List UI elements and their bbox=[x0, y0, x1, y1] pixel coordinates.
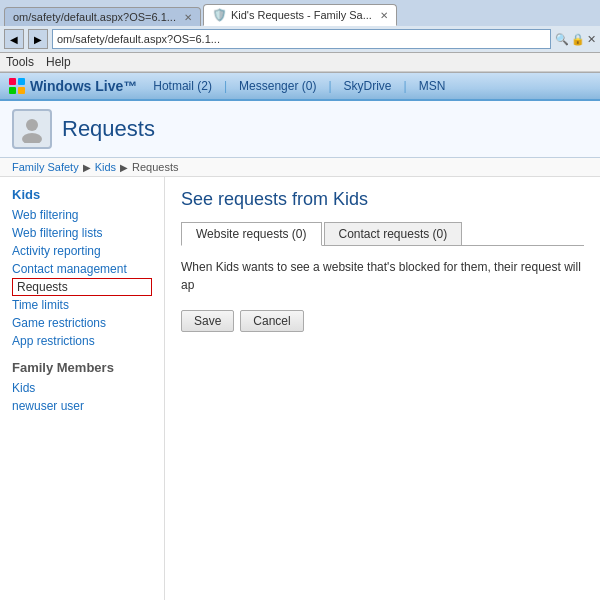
buttons-row: Save Cancel bbox=[181, 310, 584, 332]
forward-button[interactable]: ▶ bbox=[28, 29, 48, 49]
sidebar-item-activity-reporting[interactable]: Activity reporting bbox=[12, 242, 152, 260]
sidebar-item-requests[interactable]: Requests bbox=[12, 278, 152, 296]
messenger-badge: (0) bbox=[302, 79, 317, 93]
refresh-icon[interactable]: ✕ bbox=[587, 33, 596, 46]
windows-logo-icon bbox=[8, 77, 26, 95]
page-header: Requests bbox=[0, 101, 600, 158]
svg-rect-0 bbox=[9, 78, 16, 85]
lock-icon: 🔒 bbox=[571, 33, 585, 46]
nav-hotmail[interactable]: Hotmail (2) bbox=[153, 79, 212, 93]
sidebar: Kids Web filtering Web filtering lists A… bbox=[0, 177, 165, 600]
tab-inactive-label: om/safety/default.aspx?OS=6.1... bbox=[13, 11, 176, 23]
tab-inactive[interactable]: om/safety/default.aspx?OS=6.1... ✕ bbox=[4, 7, 201, 26]
svg-rect-1 bbox=[18, 78, 25, 85]
breadcrumb: Family Safety ▶ Kids ▶ Requests bbox=[0, 158, 600, 177]
nav-messenger[interactable]: Messenger (0) bbox=[239, 79, 316, 93]
svg-point-5 bbox=[22, 133, 42, 143]
breadcrumb-kids[interactable]: Kids bbox=[95, 161, 116, 173]
breadcrumb-arrow-2: ▶ bbox=[120, 162, 128, 173]
menu-bar: Tools Help bbox=[0, 53, 600, 72]
wl-logo[interactable]: Windows Live™ bbox=[8, 77, 137, 95]
wl-header: Windows Live™ Hotmail (2) | Messenger (0… bbox=[0, 73, 600, 101]
sidebar-item-time-limits[interactable]: Time limits bbox=[12, 296, 152, 314]
sidebar-item-app-restrictions[interactable]: App restrictions bbox=[12, 332, 152, 350]
svg-rect-3 bbox=[18, 87, 25, 94]
main-layout: Kids Web filtering Web filtering lists A… bbox=[0, 177, 600, 600]
sidebar-item-contact-management[interactable]: Contact management bbox=[12, 260, 152, 278]
breadcrumb-requests: Requests bbox=[132, 161, 178, 173]
nav-skydrive[interactable]: SkyDrive bbox=[344, 79, 392, 93]
requests-icon bbox=[12, 109, 52, 149]
address-bar-row: ◀ ▶ om/safety/default.aspx?OS=6.1... 🔍 🔒… bbox=[0, 26, 600, 53]
tab-active-label: Kid's Requests - Family Sa... bbox=[231, 9, 372, 21]
tabs-bar: Website requests (0) Contact requests (0… bbox=[181, 222, 584, 246]
tab-website-requests[interactable]: Website requests (0) bbox=[181, 222, 322, 246]
breadcrumb-arrow-1: ▶ bbox=[83, 162, 91, 173]
menu-help[interactable]: Help bbox=[46, 55, 71, 69]
nav-msn[interactable]: MSN bbox=[419, 79, 446, 93]
tab-active-close[interactable]: ✕ bbox=[380, 10, 388, 21]
separator-1: | bbox=[224, 79, 227, 93]
wl-logo-text: Windows Live™ bbox=[30, 78, 137, 94]
menu-tools[interactable]: Tools bbox=[6, 55, 34, 69]
browser-chrome: om/safety/default.aspx?OS=6.1... ✕ 🛡️ Ki… bbox=[0, 0, 600, 73]
svg-rect-2 bbox=[9, 87, 16, 94]
svg-point-4 bbox=[26, 119, 38, 131]
sidebar-item-game-restrictions[interactable]: Game restrictions bbox=[12, 314, 152, 332]
separator-2: | bbox=[328, 79, 331, 93]
save-button[interactable]: Save bbox=[181, 310, 234, 332]
search-icon[interactable]: 🔍 bbox=[555, 33, 569, 46]
back-button[interactable]: ◀ bbox=[4, 29, 24, 49]
page-title: Requests bbox=[62, 116, 155, 142]
content-area: See requests from Kids Website requests … bbox=[165, 177, 600, 600]
sidebar-family-members-header: Family Members bbox=[12, 360, 152, 375]
wl-nav-links: Hotmail (2) | Messenger (0) | SkyDrive |… bbox=[153, 79, 445, 93]
requests-avatar-icon bbox=[18, 115, 46, 143]
sidebar-item-newuser[interactable]: newuser user bbox=[12, 397, 152, 415]
sidebar-section-kids[interactable]: Kids bbox=[12, 187, 152, 202]
hotmail-badge: (2) bbox=[197, 79, 212, 93]
tab-contact-requests[interactable]: Contact requests (0) bbox=[324, 222, 463, 245]
tab-active[interactable]: 🛡️ Kid's Requests - Family Sa... ✕ bbox=[203, 4, 397, 26]
tab-inactive-close[interactable]: ✕ bbox=[184, 12, 192, 23]
address-bar[interactable]: om/safety/default.aspx?OS=6.1... bbox=[52, 29, 551, 49]
address-icons: 🔍 🔒 ✕ bbox=[555, 33, 596, 46]
tab-bar: om/safety/default.aspx?OS=6.1... ✕ 🛡️ Ki… bbox=[0, 0, 600, 26]
description-text: When Kids wants to see a website that's … bbox=[181, 258, 584, 294]
content-title: See requests from Kids bbox=[181, 189, 584, 210]
cancel-button[interactable]: Cancel bbox=[240, 310, 303, 332]
sidebar-item-web-filtering[interactable]: Web filtering bbox=[12, 206, 152, 224]
breadcrumb-family-safety[interactable]: Family Safety bbox=[12, 161, 79, 173]
address-text: om/safety/default.aspx?OS=6.1... bbox=[57, 33, 220, 45]
sidebar-item-kids-member[interactable]: Kids bbox=[12, 379, 152, 397]
sidebar-item-web-filtering-lists[interactable]: Web filtering lists bbox=[12, 224, 152, 242]
separator-3: | bbox=[404, 79, 407, 93]
